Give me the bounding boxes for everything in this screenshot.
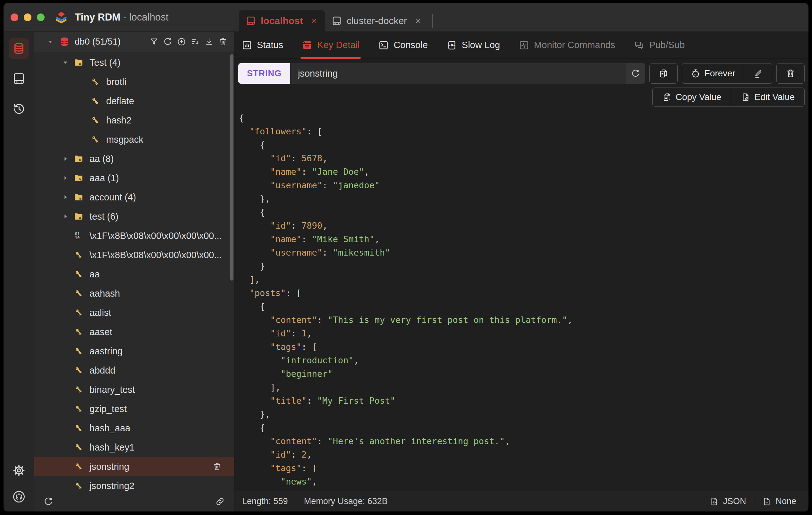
tree-item-test-4[interactable]: Test (4) — [34, 53, 234, 72]
tree-item-hash-aaa[interactable]: hash_aaa — [34, 419, 234, 438]
github-icon[interactable] — [9, 486, 29, 507]
decode-selector[interactable]: None — [762, 496, 796, 506]
status-divider — [754, 497, 754, 506]
copy-value-button[interactable]: Copy Value — [652, 88, 731, 107]
close-window-button[interactable] — [10, 13, 18, 21]
reload-icon[interactable] — [163, 37, 173, 47]
tree-item-deflate[interactable]: deflate — [34, 91, 234, 111]
tree-item-jsonstring[interactable]: jsonstring — [34, 457, 234, 476]
memory-usage-label: Memory Usage: 632B — [304, 496, 388, 506]
zoom-window-button[interactable] — [37, 13, 45, 21]
flush-db-trash-icon[interactable] — [218, 37, 228, 47]
chevron-right-icon[interactable] — [61, 174, 69, 182]
key-icon — [74, 308, 84, 318]
tab-console[interactable]: Console — [378, 32, 428, 59]
key-name-input[interactable] — [290, 68, 645, 79]
tree-item-hash-key1[interactable]: hash_key1 — [34, 438, 234, 457]
chevron-spacer — [61, 347, 69, 355]
detail-pane: StatusKey DetailConsoleSlow LogMonitor C… — [234, 32, 809, 512]
delete-key-icon[interactable] — [212, 462, 222, 471]
tree-item-label: msgpack — [106, 134, 143, 145]
copy-value-label: Copy Value — [676, 92, 722, 102]
add-key-icon[interactable] — [177, 37, 186, 47]
chevron-right-icon[interactable] — [61, 154, 69, 163]
view-format-label: JSON — [723, 496, 746, 506]
tree-scrollbar-thumb[interactable] — [230, 54, 233, 281]
tree-item-aalist[interactable]: aalist — [34, 303, 234, 322]
binary-icon: 0110 — [74, 231, 84, 241]
tree-item-abddd[interactable]: abddd — [34, 361, 234, 380]
tree-item-msgpack[interactable]: msgpack — [34, 130, 234, 149]
code-line: } — [239, 259, 809, 273]
folder-key-icon — [74, 57, 84, 68]
connection-tab-localhost[interactable]: localhost — [239, 10, 325, 32]
tab-monitor-commands[interactable]: Monitor Commands — [519, 32, 615, 59]
view-format-selector[interactable]: JSON — [709, 496, 746, 506]
link-icon[interactable] — [215, 496, 225, 507]
tab-label: Pub/Sub — [649, 40, 685, 50]
tree-item-aaset[interactable]: aaset — [34, 322, 234, 342]
main-area: db0 (51/51) — [3, 32, 809, 512]
code-line: "content": "Here's another interesting p… — [239, 434, 809, 448]
chevron-spacer — [61, 309, 69, 317]
reload-key-icon[interactable] — [626, 63, 645, 84]
chevron-right-icon[interactable] — [61, 212, 69, 221]
chevron-spacer — [61, 443, 69, 452]
tab-slow-log[interactable]: Slow Log — [446, 32, 500, 59]
rail-server-button[interactable] — [9, 68, 29, 89]
tree-item-jsonstring2[interactable]: jsonstring2 — [34, 476, 234, 491]
ttl-button[interactable]: Forever — [682, 63, 744, 84]
tree-item-label: account (4) — [89, 192, 136, 203]
tree-item-aa[interactable]: aa — [34, 264, 234, 284]
chevron-down-icon[interactable] — [47, 38, 54, 46]
rail-history-button[interactable] — [9, 98, 29, 119]
delete-key-button[interactable] — [776, 63, 805, 84]
minimize-window-button[interactable] — [24, 13, 31, 21]
tree-item-hash2[interactable]: hash2 — [34, 111, 234, 130]
tree-item-x1f-x8b-x08-x00-x00-x00-x00[interactable]: 0110\x1F\x8B\x08\x00\x00\x00\x00... — [34, 226, 234, 245]
tree-item-test-6[interactable]: test (6) — [34, 207, 234, 226]
tree-item-aa-8[interactable]: aa (8) — [34, 149, 234, 168]
close-tab-icon[interactable] — [414, 17, 423, 25]
refresh-keys-icon[interactable] — [43, 496, 54, 507]
close-tab-icon[interactable] — [310, 17, 318, 25]
edit-value-button[interactable]: Edit Value — [731, 88, 805, 107]
value-viewer[interactable]: { "followers": [ { "id": 5678, "name": "… — [234, 109, 809, 491]
tree-item-brotli[interactable]: brotli — [34, 72, 234, 91]
tree-item-account-4[interactable]: account (4) — [34, 188, 234, 207]
key-tree[interactable]: Test (4)brotlideflatehash2msgpackaa (8)a… — [34, 52, 234, 491]
connection-tab-label: cluster-docker — [347, 16, 407, 26]
tab-bar-divider — [432, 14, 433, 28]
tree-item-x1f-x8b-x08-x00-x00-x00-x00[interactable]: \x1F\x8B\x08\x00\x00\x00\x00... — [34, 245, 234, 264]
settings-gear-icon[interactable] — [9, 460, 29, 481]
rail-database-button[interactable] — [9, 38, 29, 59]
tree-item-aaa-1[interactable]: aaa (1) — [34, 168, 234, 188]
list-arrow-icon[interactable] — [191, 37, 200, 47]
copy-key-button[interactable] — [649, 63, 678, 84]
status-divider — [296, 497, 296, 506]
tab-status[interactable]: Status — [241, 32, 283, 59]
tree-item-gzip-test[interactable]: gzip_test — [34, 399, 234, 419]
chevron-spacer — [61, 251, 69, 259]
key-icon — [90, 115, 100, 125]
key-detail-icon — [302, 40, 313, 51]
tree-item-label: deflate — [106, 96, 134, 107]
rename-key-button[interactable] — [744, 63, 772, 84]
monitor-commands-icon — [519, 40, 529, 51]
app-name: Tiny RDM — [75, 11, 120, 23]
tab-key-detail[interactable]: Key Detail — [302, 32, 359, 59]
chevron-down-icon[interactable] — [61, 58, 69, 67]
chevron-right-icon[interactable] — [61, 193, 69, 201]
connection-tab-cluster-docker[interactable]: cluster-docker — [325, 10, 429, 32]
download-icon[interactable] — [204, 37, 214, 47]
tree-item-aastring[interactable]: aastring — [34, 342, 234, 361]
filter-funnel-icon[interactable] — [149, 37, 159, 47]
tab-pub-sub[interactable]: Pub/Sub — [634, 32, 685, 59]
code-line: ], — [239, 381, 809, 394]
database-header[interactable]: db0 (51/51) — [34, 32, 234, 52]
code-line: "introduction", — [239, 354, 809, 367]
tree-item-binary-test[interactable]: binary_test — [34, 380, 234, 399]
app-window: Tiny RDM - localhost localhostcluster-do… — [3, 3, 809, 512]
tree-item-label: jsonstring — [89, 461, 129, 472]
tree-item-aahash[interactable]: aahash — [34, 284, 234, 303]
